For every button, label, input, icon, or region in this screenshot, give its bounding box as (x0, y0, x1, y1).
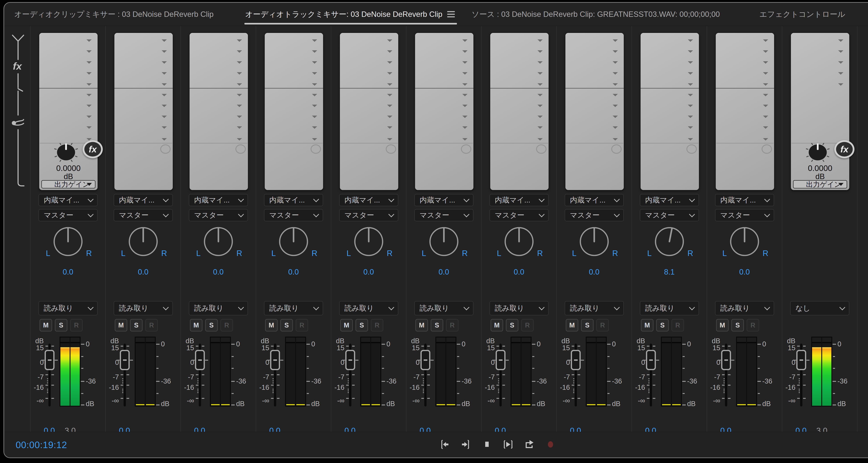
fader-value[interactable]: 0.0 (715, 427, 736, 432)
insert-slot-dropdown-icon[interactable] (537, 61, 543, 64)
insert-slot-dropdown-icon[interactable] (462, 83, 467, 86)
volume-fader-handle[interactable] (120, 350, 130, 370)
send-slot-dropdown-icon[interactable] (312, 126, 317, 129)
go-to-in-button[interactable] (439, 439, 450, 450)
send-slot-dropdown-icon[interactable] (312, 115, 317, 118)
input-select[interactable]: 内蔵マイ... (715, 194, 774, 206)
insert-slot-dropdown-icon[interactable] (688, 39, 693, 42)
insert-slot-dropdown-icon[interactable] (312, 83, 317, 86)
send-slot-dropdown-icon[interactable] (312, 105, 317, 107)
insert-slot-dropdown-icon[interactable] (312, 39, 317, 42)
mute-button[interactable]: M (115, 319, 127, 331)
input-select[interactable]: 内蔵マイ... (414, 194, 473, 206)
send-slot-dropdown-icon[interactable] (537, 126, 543, 129)
send-slot-dropdown-icon[interactable] (387, 115, 392, 118)
volume-fader-handle[interactable] (721, 350, 731, 370)
mute-button[interactable]: M (39, 319, 52, 331)
automation-mode-select[interactable]: 読み取り (339, 301, 398, 315)
insert-slot-dropdown-icon[interactable] (763, 83, 768, 86)
pan-value[interactable]: 0.0 (256, 268, 331, 276)
automation-mode-select[interactable]: 読み取り (715, 301, 774, 315)
send-slot-dropdown-icon[interactable] (462, 94, 467, 96)
stop-button[interactable] (481, 439, 493, 450)
input-select[interactable]: 内蔵マイ... (189, 194, 248, 206)
insert-slot-dropdown-icon[interactable] (312, 61, 317, 64)
insert-slot-dropdown-icon[interactable] (537, 39, 543, 42)
record-arm-button[interactable]: R (220, 319, 233, 331)
output-gain-knob[interactable] (803, 141, 832, 163)
solo-button[interactable]: S (431, 319, 443, 331)
send-slot-dropdown-icon[interactable] (162, 105, 167, 107)
insert-slot-dropdown-icon[interactable] (387, 39, 392, 42)
output-assign-select[interactable]: マスター (640, 209, 699, 221)
insert-slot-dropdown-icon[interactable] (237, 83, 242, 86)
fader-value[interactable]: 0.0 (490, 427, 511, 432)
fader-value[interactable]: 0.0 (565, 427, 586, 432)
output-assign-select[interactable]: マスター (189, 209, 248, 221)
tab-audio-clip-mixer[interactable]: オーディオクリップミキサー : 03 DeNoise DeReverb Clip (14, 3, 214, 26)
fader-value[interactable]: 0.0 (790, 427, 811, 432)
go-to-out-button[interactable] (460, 439, 471, 450)
send-slot-dropdown-icon[interactable] (763, 94, 768, 96)
pan-knob[interactable] (353, 226, 384, 257)
send-slot-dropdown-icon[interactable] (613, 105, 618, 107)
send-slot-dropdown-icon[interactable] (688, 105, 693, 107)
insert-slot-dropdown-icon[interactable] (237, 72, 242, 75)
volume-fader-handle[interactable] (270, 350, 280, 370)
send-slot-dropdown-icon[interactable] (462, 126, 467, 129)
solo-button[interactable]: S (506, 319, 518, 331)
output-assign-select[interactable]: マスター (339, 209, 398, 221)
insert-slot-dropdown-icon[interactable] (763, 50, 768, 53)
input-select[interactable]: 内蔵マイ... (490, 194, 549, 206)
mute-button[interactable]: M (265, 319, 278, 331)
input-select[interactable]: 内蔵マイ... (38, 194, 98, 206)
insert-slot-dropdown-icon[interactable] (613, 50, 618, 53)
send-slot-dropdown-icon[interactable] (462, 138, 467, 140)
send-slot-dropdown-icon[interactable] (387, 105, 392, 107)
send-slot-dropdown-icon[interactable] (462, 115, 467, 118)
insert-slot-dropdown-icon[interactable] (237, 61, 242, 64)
insert-slot-dropdown-icon[interactable] (537, 50, 543, 53)
send-slot-dropdown-icon[interactable] (312, 94, 317, 96)
output-assign-select[interactable]: マスター (114, 209, 173, 221)
effect-param-select[interactable]: 出力ゲイン (793, 180, 847, 189)
record-arm-button[interactable]: R (446, 319, 459, 331)
output-assign-select[interactable]: マスター (264, 209, 323, 221)
insert-slot-dropdown-icon[interactable] (838, 39, 843, 42)
mute-button[interactable]: M (190, 319, 203, 331)
insert-slot-dropdown-icon[interactable] (237, 50, 242, 53)
volume-fader-handle[interactable] (646, 350, 656, 370)
insert-slot-dropdown-icon[interactable] (162, 39, 167, 42)
mute-button[interactable]: M (716, 319, 728, 331)
insert-slot-dropdown-icon[interactable] (162, 83, 167, 86)
pan-knob[interactable] (428, 226, 460, 257)
volume-fader-handle[interactable] (44, 350, 55, 370)
pan-value[interactable]: 0.0 (707, 268, 782, 276)
solo-button[interactable]: S (355, 319, 368, 331)
automation-mode-select[interactable]: 読み取り (189, 301, 248, 315)
insert-slot-dropdown-icon[interactable] (87, 50, 92, 53)
send-knob-placeholder[interactable] (611, 144, 622, 154)
volume-fader-handle[interactable] (496, 350, 505, 370)
send-slot-dropdown-icon[interactable] (763, 115, 768, 118)
send-slot-dropdown-icon[interactable] (237, 126, 242, 129)
send-knob-placeholder[interactable] (236, 144, 246, 154)
send-slot-dropdown-icon[interactable] (688, 138, 693, 140)
output-assign-select[interactable]: マスター (565, 209, 624, 221)
send-slot-dropdown-icon[interactable] (237, 94, 242, 96)
insert-slot-dropdown-icon[interactable] (312, 50, 317, 53)
solo-button[interactable]: S (205, 319, 218, 331)
volume-fader-handle[interactable] (421, 350, 430, 370)
insert-slot-dropdown-icon[interactable] (838, 50, 843, 53)
send-slot-dropdown-icon[interactable] (237, 105, 242, 107)
fader-value[interactable]: 0.0 (640, 427, 661, 432)
insert-slot-dropdown-icon[interactable] (312, 72, 317, 75)
insert-slot-dropdown-icon[interactable] (838, 72, 843, 75)
tab-effect-controls[interactable]: エフェクトコントロール (759, 3, 845, 26)
pan-value[interactable]: 0.0 (331, 268, 406, 276)
output-assign-select[interactable]: マスター (490, 209, 549, 221)
send-slot-dropdown-icon[interactable] (87, 105, 92, 107)
send-slot-dropdown-icon[interactable] (162, 94, 167, 96)
send-slot-dropdown-icon[interactable] (613, 94, 618, 96)
insert-slot-dropdown-icon[interactable] (162, 61, 167, 64)
